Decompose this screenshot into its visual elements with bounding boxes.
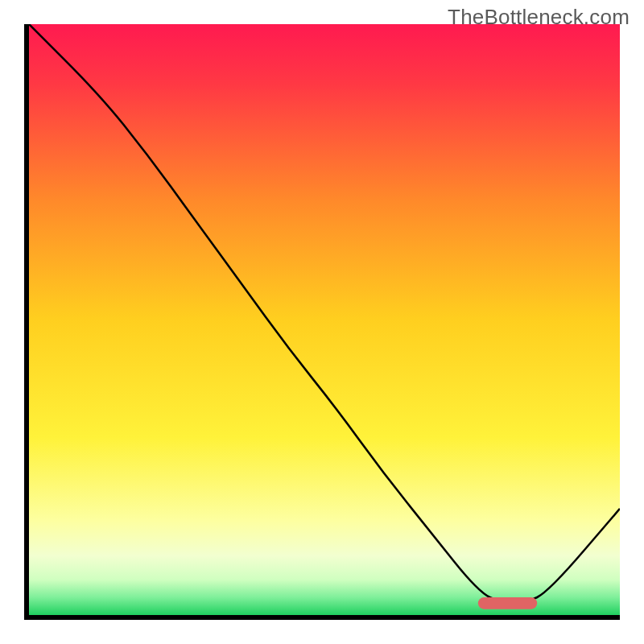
x-axis <box>24 615 620 620</box>
optimal-range-marker <box>478 597 537 609</box>
plot-svg <box>29 24 620 615</box>
chart-frame: TheBottleneck.com <box>0 0 644 644</box>
gradient-background <box>29 24 620 615</box>
plot-area <box>24 24 620 620</box>
